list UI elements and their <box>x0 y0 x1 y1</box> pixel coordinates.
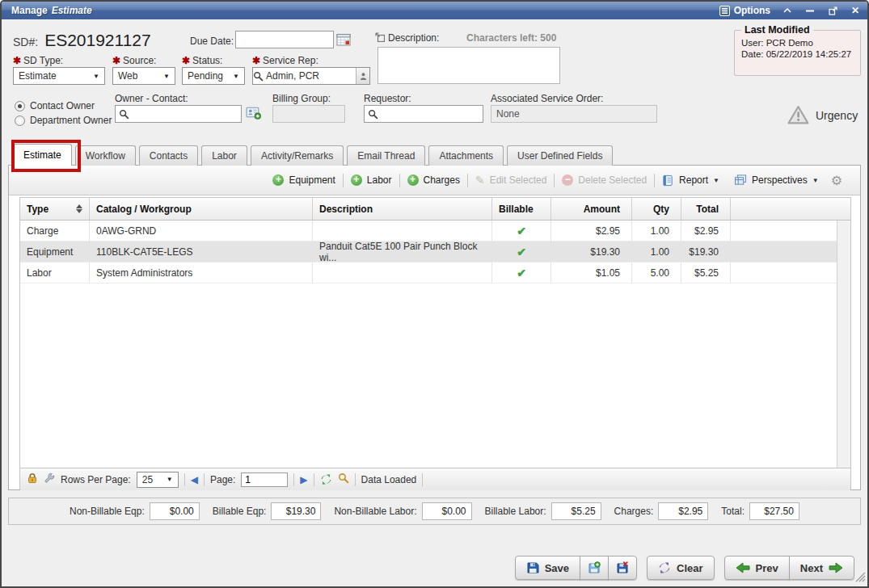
prev-button[interactable]: Prev <box>724 556 790 580</box>
description-textarea[interactable] <box>378 47 560 84</box>
vertical-scrollbar[interactable] <box>837 220 850 468</box>
contact-owner-radio[interactable]: Contact Owner <box>15 100 95 111</box>
tab-contacts[interactable]: Contacts <box>139 145 198 166</box>
tab-estimate[interactable]: Estimate <box>13 144 72 166</box>
save-plus-icon <box>588 561 601 574</box>
sd-type-label: ✱SD Type: <box>13 55 63 66</box>
save-and-new-button[interactable] <box>580 556 609 580</box>
save-and-close-button[interactable] <box>608 556 637 580</box>
sort-icon <box>76 204 82 213</box>
collapse-icon[interactable] <box>782 5 793 16</box>
page-number-input[interactable] <box>241 472 288 487</box>
tab-labor[interactable]: Labor <box>201 145 247 166</box>
add-icon <box>407 174 419 186</box>
last-modified-user: User: PCR Demo <box>741 38 854 48</box>
contact-add-icon[interactable] <box>246 106 261 122</box>
urgency-indicator[interactable]: Urgency <box>787 105 858 125</box>
minimize-icon[interactable] <box>804 5 816 16</box>
column-header-description[interactable]: Description <box>313 198 492 220</box>
department-owner-radio[interactable]: Department Owner <box>15 115 112 126</box>
wrench-icon[interactable] <box>44 472 55 486</box>
popout-icon[interactable] <box>827 5 838 16</box>
refresh-icon[interactable] <box>320 473 332 485</box>
charges-label: Charges: <box>614 506 654 517</box>
add-icon <box>351 174 362 186</box>
add-labor-button[interactable]: Labor <box>344 174 399 186</box>
due-date-input[interactable] <box>235 31 334 48</box>
last-modified-box: Last Modified User: PCR Demo Date: 05/22… <box>734 24 861 76</box>
description-popout-icon[interactable] <box>375 32 385 44</box>
footer-button-bar: Save Clear Prev Next <box>515 556 854 580</box>
tab-activity-remarks[interactable]: Activity/Remarks <box>251 145 344 166</box>
options-label: Options <box>734 5 770 16</box>
gear-icon[interactable]: ⚙ <box>831 173 842 188</box>
tab-attachments[interactable]: Attachments <box>428 145 504 166</box>
chevron-down-icon: ▼ <box>233 73 239 80</box>
tab-user-defined-fields[interactable]: User Defined Fields <box>507 145 613 166</box>
resize-grip[interactable] <box>855 572 866 585</box>
remove-icon <box>562 174 573 186</box>
perspectives-menu-button[interactable]: Perspectives▼ <box>727 174 826 187</box>
delete-selected-button[interactable]: Delete Selected <box>555 174 654 186</box>
billable-labor-label: Billable Labor: <box>485 506 546 517</box>
total-value: $27.50 <box>749 502 799 520</box>
column-header-qty[interactable]: Qty <box>632 198 681 220</box>
calendar-icon[interactable] <box>336 32 351 48</box>
grid-header-row: Type Catalog / Workgroup Description Bil… <box>20 198 850 220</box>
column-header-amount[interactable]: Amount <box>551 198 632 220</box>
owner-contact-input[interactable] <box>115 105 242 123</box>
table-row[interactable]: Charge 0AWG-GRND ✔ $2.95 1.00 $2.95 <box>20 220 850 242</box>
source-select[interactable]: Web▼ <box>112 67 175 85</box>
next-page-icon[interactable]: ▶ <box>300 474 307 485</box>
description-label: Description: <box>388 32 439 44</box>
column-header-catalog[interactable]: Catalog / Workgroup <box>90 198 313 220</box>
table-row[interactable]: Equipment 110BLK-CAT5E-LEGS Panduit Cat5… <box>20 242 850 262</box>
pager-status: Data Loaded <box>361 474 417 485</box>
sd-type-select[interactable]: Estimate▼ <box>13 67 105 85</box>
page-label: Page: <box>210 474 235 485</box>
next-button[interactable]: Next <box>789 556 854 580</box>
search-icon[interactable] <box>338 472 349 486</box>
clear-icon <box>658 561 671 574</box>
sd-number-line: SD#: ES201921127 <box>13 31 151 50</box>
column-header-total[interactable]: Total <box>681 198 731 220</box>
radio-unselected-icon <box>15 116 25 126</box>
chevron-down-icon: ▼ <box>93 73 99 80</box>
person-icon[interactable] <box>356 68 369 84</box>
table-row[interactable]: Labor System Administrators ✔ $1.05 5.00… <box>20 262 850 284</box>
close-icon[interactable]: ✕ <box>850 5 861 16</box>
tab-workflow[interactable]: Workflow <box>75 145 136 166</box>
characters-left-label: Characters left: 500 <box>466 32 556 44</box>
rows-per-page-select[interactable]: 25▼ <box>137 472 179 488</box>
status-label: ✱Status: <box>182 55 222 66</box>
add-charges-button[interactable]: Charges <box>400 174 467 186</box>
previous-page-icon[interactable]: ◀ <box>191 474 198 485</box>
window-title-emphasis: Estimate <box>52 5 92 16</box>
billable-eqp-label: Billable Eqp: <box>213 506 267 517</box>
edit-selected-button[interactable]: ✎Edit Selected <box>468 174 554 187</box>
urgency-label: Urgency <box>816 109 858 122</box>
report-menu-button[interactable]: Report▼ <box>655 174 727 187</box>
column-header-type[interactable]: Type <box>20 198 90 220</box>
tab-strip: Estimate Workflow Contacts Labor Activit… <box>13 145 613 166</box>
perspectives-icon <box>734 174 747 187</box>
clear-button[interactable]: Clear <box>647 556 715 580</box>
billable-labor-value: $5.25 <box>551 502 601 520</box>
title-bar: Manage Estimate Options ✕ <box>2 2 867 19</box>
non-billable-eqp-value: $0.00 <box>150 502 200 520</box>
total-label: Total: <box>721 506 745 517</box>
warning-triangle-icon <box>787 105 809 125</box>
options-button[interactable]: Options <box>719 5 770 16</box>
requestor-label: Requestor: <box>364 93 411 104</box>
service-rep-field[interactable]: Admin, PCR <box>252 67 370 85</box>
requestor-input[interactable] <box>364 105 483 123</box>
non-billable-labor-value: $0.00 <box>422 502 472 520</box>
column-header-billable[interactable]: Billable <box>492 198 551 220</box>
add-equipment-button[interactable]: Equipment <box>265 174 342 186</box>
lock-icon[interactable] <box>27 472 38 486</box>
status-select[interactable]: Pending▼ <box>182 67 245 85</box>
totals-bar: Non-Billable Eqp:$0.00 Billable Eqp:$19.… <box>8 498 861 525</box>
required-asterisk-icon: ✱ <box>182 55 190 66</box>
tab-email-thread[interactable]: Email Thread <box>347 145 425 166</box>
save-button[interactable]: Save <box>515 556 580 580</box>
